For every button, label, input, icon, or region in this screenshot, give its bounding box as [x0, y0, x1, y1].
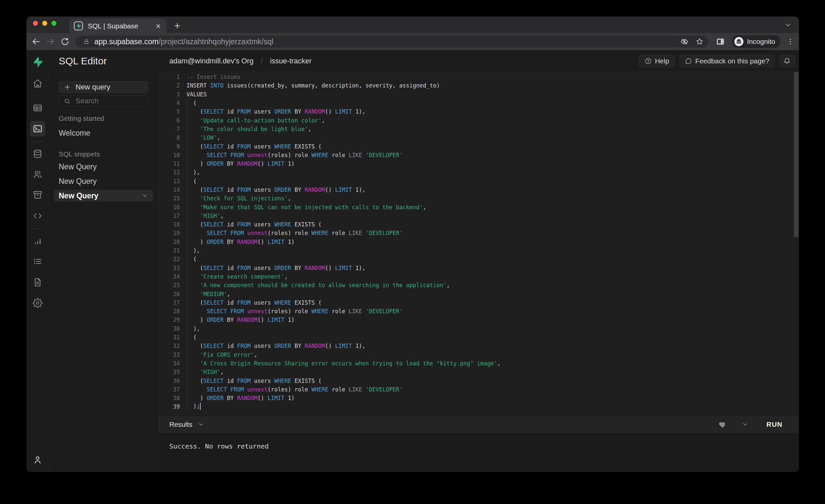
code-line[interactable]: 22 ( [158, 255, 799, 264]
sidebar-item-label: New Query [59, 192, 98, 200]
tab-strip-chevron-icon[interactable] [784, 21, 792, 29]
code-line[interactable]: 28 SELECT FROM unnest(roles) role WHERE … [158, 307, 799, 315]
results-tab-label[interactable]: Results [169, 421, 193, 428]
code-line[interactable]: 3VALUES [158, 90, 799, 99]
code-line[interactable]: 37 SELECT FROM unnest(roles) role WHERE … [158, 385, 799, 394]
sidebar-item-snippet-active[interactable]: New Query [54, 190, 153, 202]
favorite-heart-icon[interactable] [719, 420, 727, 429]
code-line[interactable]: 7 'The color should be light blue', [158, 125, 799, 133]
sql-editor-nav-active[interactable] [30, 121, 45, 136]
code-line[interactable]: 5 (SELECT id FROM users ORDER BY RANDOM(… [158, 107, 799, 116]
eye-off-icon[interactable] [680, 38, 688, 46]
code-line[interactable]: 35 'HIGH', [158, 368, 799, 376]
reload-button[interactable] [60, 37, 70, 47]
feedback-button[interactable]: Feedback on this page? [679, 55, 775, 67]
rail-divider [31, 96, 44, 96]
tab-close-icon[interactable]: × [154, 22, 162, 30]
code-line[interactable]: 25 'A new component should be created to… [158, 281, 799, 289]
code-line[interactable]: 33 'Fix CORS error', [158, 351, 799, 359]
line-number: 24 [158, 273, 180, 280]
bookmark-star-icon[interactable] [696, 38, 703, 46]
code-line[interactable]: 18 (SELECT id FROM users WHERE EXISTS ( [158, 220, 799, 229]
editor-scrollbar[interactable] [794, 72, 799, 237]
line-number: 31 [158, 334, 180, 341]
code-line[interactable]: 4 ( [158, 99, 799, 107]
table-editor-icon[interactable] [33, 103, 43, 113]
rail-divider [31, 228, 44, 229]
results-chevron-icon[interactable] [198, 421, 204, 428]
nav-rail [26, 50, 49, 472]
back-button[interactable] [31, 37, 41, 47]
database-icon[interactable] [33, 149, 43, 159]
side-panel-icon[interactable] [716, 37, 725, 46]
feedback-button-label: Feedback on this page? [695, 57, 769, 65]
forward-button[interactable] [46, 37, 56, 47]
supabase-logo-icon[interactable] [32, 57, 43, 68]
code-line[interactable]: 31 ( [158, 333, 799, 342]
breadcrumb-project[interactable]: issue-tracker [270, 57, 311, 65]
results-message: Success. No rows returned [158, 432, 799, 472]
code-line[interactable]: 1-- Insert issues [158, 73, 799, 81]
code-line[interactable]: 14 (SELECT id FROM users ORDER BY RANDOM… [158, 186, 799, 194]
page-title: SQL Editor [49, 50, 158, 72]
code-line[interactable]: 24 'Create search component', [158, 272, 799, 281]
sidebar-item-snippet[interactable]: New Query [59, 175, 148, 187]
code-line[interactable]: 38 ) ORDER BY RANDOM() LIMIT 1) [158, 394, 799, 402]
code-line[interactable]: 13 ( [158, 177, 799, 186]
code-line[interactable]: 27 (SELECT id FROM users WHERE EXISTS ( [158, 298, 799, 307]
edge-functions-code-icon[interactable] [33, 211, 43, 221]
line-number: 23 [158, 265, 180, 271]
code-line[interactable]: 23 (SELECT id FROM users ORDER BY RANDOM… [158, 264, 799, 272]
storage-icon[interactable] [33, 190, 43, 200]
sidebar-item-snippet[interactable]: New Query [59, 161, 148, 172]
code-line[interactable]: 6 'Update call-to-action button color', [158, 116, 799, 125]
code-line[interactable]: 17 'HIGH', [158, 212, 799, 220]
account-person-icon[interactable] [33, 455, 43, 465]
code-line[interactable]: 8 'LOW', [158, 133, 799, 142]
code-line[interactable]: 10 SELECT FROM unnest(roles) role WHERE … [158, 151, 799, 159]
code-line[interactable]: 15 'Check for SQL injections', [158, 194, 799, 203]
code-editor[interactable]: 1-- Insert issues2INSERT INTO issues(cre… [158, 72, 799, 417]
chevron-down-icon[interactable] [142, 193, 148, 199]
run-options-chevron-icon[interactable] [742, 421, 749, 428]
code-line[interactable]: 20 ) ORDER BY RANDOM() LIMIT 1) [158, 238, 799, 246]
new-tab-button[interactable]: + [174, 20, 180, 32]
code-line[interactable]: 19 SELECT FROM unnest(roles) role WHERE … [158, 229, 799, 237]
line-number: 34 [158, 360, 180, 367]
close-window-button[interactable] [33, 21, 38, 26]
code-line[interactable]: 11 ) ORDER BY RANDOM() LIMIT 1) [158, 159, 799, 168]
logs-list-icon[interactable] [33, 257, 43, 266]
incognito-label: Incognito [747, 38, 775, 46]
url-bar[interactable]: app.supabase.com/project/azahtnhqohyjerz… [75, 35, 708, 48]
reports-chart-icon[interactable] [33, 236, 43, 246]
sql-editor-sidebar: SQL Editor New query Search Ge [49, 50, 158, 472]
home-icon[interactable] [33, 79, 43, 88]
code-line[interactable]: 32 (SELECT id FROM users ORDER BY RANDOM… [158, 342, 799, 350]
line-number: 27 [158, 299, 180, 306]
code-line[interactable]: 2INSERT INTO issues(created_by, summary,… [158, 81, 799, 90]
auth-users-icon[interactable] [33, 169, 43, 179]
run-button[interactable]: RUN [763, 419, 786, 430]
api-docs-icon[interactable] [33, 277, 43, 287]
settings-gear-icon[interactable] [33, 298, 43, 308]
browser-menu-icon[interactable] [786, 38, 794, 46]
search-input[interactable]: Search [59, 95, 148, 106]
code-line[interactable]: 36 (SELECT id FROM users WHERE EXISTS ( [158, 376, 799, 385]
new-query-button[interactable]: New query [59, 81, 148, 93]
sidebar-item-welcome[interactable]: Welcome [59, 127, 148, 139]
notifications-button[interactable] [779, 55, 795, 67]
code-line[interactable]: 12 ), [158, 168, 799, 176]
help-button[interactable]: Help [639, 55, 675, 67]
code-line[interactable]: 16 'Make sure that SQL can not be inject… [158, 203, 799, 211]
code-line[interactable]: 21 ), [158, 246, 799, 255]
zoom-window-button[interactable] [52, 21, 57, 26]
code-line[interactable]: 29 ) ORDER BY RANDOM() LIMIT 1) [158, 315, 799, 324]
code-line[interactable]: 30 ), [158, 325, 799, 333]
code-line[interactable]: 39 ); [158, 402, 799, 411]
code-line[interactable]: 9 (SELECT id FROM users WHERE EXISTS ( [158, 142, 799, 150]
code-line[interactable]: 26 'MEDIUM', [158, 289, 799, 298]
minimize-window-button[interactable] [42, 21, 47, 26]
code-line[interactable]: 34 'A Cross Origin Resource Sharing erro… [158, 359, 799, 368]
browser-tab[interactable]: SQL | Supabase × [69, 19, 167, 33]
breadcrumb-org[interactable]: adam@windmill.dev's Org [169, 57, 253, 65]
